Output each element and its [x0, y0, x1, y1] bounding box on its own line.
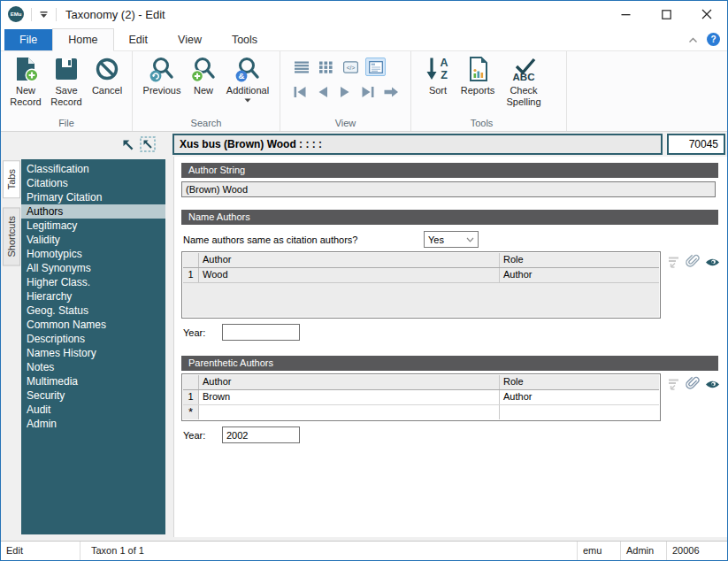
record-summary-field[interactable]: Xus bus (Brown) Wood : : : : — [172, 134, 663, 155]
table-new-row: * — [183, 405, 659, 419]
window-title: Taxonomy (2) - Edit — [65, 8, 165, 21]
first-record-icon[interactable] — [291, 82, 310, 101]
svg-text:</>: </> — [347, 64, 356, 70]
vertical-tab-shortcuts[interactable]: Shortcuts — [3, 207, 20, 265]
parenthetic-authors-year-input[interactable] — [222, 427, 300, 443]
svg-text:Z: Z — [441, 69, 448, 81]
role-cell[interactable]: Author — [500, 390, 659, 404]
vertical-tab-tabs[interactable]: Tabs — [3, 160, 20, 198]
role-cell[interactable]: Author — [500, 268, 659, 282]
goto-record-icon[interactable] — [381, 82, 400, 101]
sidebar-item-names-history[interactable]: Names History — [21, 346, 165, 360]
eye-icon[interactable] — [705, 378, 720, 394]
new-search-button[interactable]: New — [187, 54, 220, 96]
sidebar-item-all-synonyms[interactable]: All Synonyms — [21, 261, 165, 275]
grid-view-icon[interactable] — [316, 58, 336, 76]
reports-icon — [464, 56, 491, 82]
sidebar-item-descriptions[interactable]: Descriptions — [21, 332, 165, 346]
status-record-position: Taxon 1 of 1 — [80, 542, 577, 560]
table-row: 1 Brown Author — [183, 390, 659, 405]
sidebar-item-common-names[interactable]: Common Names — [21, 318, 165, 332]
row-number-cell[interactable]: 1 — [183, 268, 199, 282]
ribbon-group-label-search: Search — [133, 117, 280, 131]
list-view-icon[interactable] — [291, 58, 311, 76]
section-header-author-string: Author String — [181, 163, 718, 178]
tab-edit[interactable]: Edit — [114, 29, 164, 50]
check-spelling-button[interactable]: ABC Check Spelling — [500, 54, 548, 108]
column-header-role: Role — [500, 253, 659, 267]
sidebar-item-notes[interactable]: Notes — [21, 360, 165, 374]
new-record-button[interactable]: New Record — [5, 54, 46, 108]
record-irn-field[interactable]: 70045 — [667, 134, 725, 155]
sidebar-item-multimedia[interactable]: Multimedia — [21, 374, 165, 388]
tab-file[interactable]: File — [4, 29, 52, 50]
sidebar-item-admin[interactable]: Admin — [21, 417, 165, 431]
sidebar-item-security[interactable]: Security — [21, 388, 165, 403]
sort-button[interactable]: A Z Sort — [420, 54, 456, 96]
titlebar-separator — [56, 8, 57, 21]
same-as-citation-label: Name authors same as citation authors? — [183, 234, 424, 245]
reports-button[interactable]: Reports — [456, 54, 500, 96]
sidebar-item-validity[interactable]: Validity — [21, 233, 165, 247]
marquee-select-tool-icon[interactable] — [140, 136, 156, 156]
status-user: emu — [577, 542, 621, 560]
ribbon-collapse-icon[interactable] — [688, 31, 698, 47]
author-cell[interactable]: Brown — [199, 390, 500, 404]
new-row-marker[interactable]: * — [183, 405, 199, 419]
tab-tools[interactable]: Tools — [217, 29, 272, 50]
code-view-icon[interactable]: </> — [341, 58, 361, 76]
sidebar-item-legitimacy[interactable]: Legitimacy — [21, 219, 165, 233]
sidebar-item-primary-citation[interactable]: Primary Citation — [21, 190, 165, 204]
author-cell-empty[interactable] — [199, 405, 500, 419]
table-empty-area — [183, 283, 659, 317]
sidebar-item-hierarchy[interactable]: Hierarchy — [21, 289, 165, 304]
sidebar-item-classification[interactable]: Classification — [21, 162, 165, 176]
table-row: 1 Wood Author — [183, 268, 659, 283]
new-record-icon — [12, 56, 39, 82]
help-icon[interactable]: ? — [707, 33, 720, 46]
additional-search-icon: & — [234, 56, 261, 82]
ribbon: New Record Save Record Cancel — [1, 50, 727, 132]
sort-icon: A Z — [424, 56, 452, 82]
last-record-icon[interactable] — [359, 82, 378, 101]
sidebar-item-geog-status[interactable]: Geog. Status — [21, 304, 165, 318]
tab-view[interactable]: View — [163, 29, 217, 50]
row-number-cell[interactable]: 1 — [183, 390, 199, 404]
attach-icon[interactable] — [686, 254, 700, 273]
sidebar-item-audit[interactable]: Audit — [21, 403, 165, 417]
close-button[interactable] — [686, 1, 727, 27]
author-cell[interactable]: Wood — [199, 268, 500, 282]
previous-record-icon[interactable] — [314, 82, 333, 101]
next-record-icon[interactable] — [336, 82, 355, 101]
ribbon-group-view: </> — [280, 51, 411, 131]
page-view-icon[interactable] — [365, 58, 386, 76]
ribbon-group-label-file: File — [1, 117, 132, 131]
sidebar-item-homotypics[interactable]: Homotypics — [21, 247, 165, 261]
maximize-button[interactable] — [646, 1, 686, 27]
additional-search-button[interactable]: & Additional — [220, 54, 275, 105]
quick-access-dropdown-icon[interactable] — [39, 11, 49, 19]
status-bar: Edit Taxon 1 of 1 emu Admin 20006 — [1, 541, 727, 560]
sidebar-item-authors[interactable]: Authors — [21, 204, 165, 219]
save-record-button[interactable]: Save Record — [46, 54, 87, 108]
sidebar-item-higher-class[interactable]: Higher Class. — [21, 275, 165, 289]
eye-icon[interactable] — [705, 256, 720, 272]
pointer-tool-icon[interactable] — [121, 138, 134, 155]
autofill-icon-disabled — [667, 377, 680, 395]
column-header-author: Author — [199, 253, 500, 267]
sidebar-item-citations[interactable]: Citations — [21, 176, 165, 190]
attach-icon[interactable] — [686, 376, 700, 395]
tab-home[interactable]: Home — [52, 28, 113, 51]
same-as-citation-select[interactable]: Yes — [424, 231, 479, 248]
name-authors-year-input[interactable] — [222, 324, 300, 341]
left-pane: Tabs Shortcuts Classification Citations … — [1, 157, 173, 537]
status-mode: Edit — [1, 542, 80, 560]
tab-content: Author String Name Authors Name authors … — [173, 157, 727, 537]
cancel-button[interactable]: Cancel — [87, 54, 127, 96]
minimize-button[interactable] — [605, 1, 646, 27]
author-string-input[interactable] — [181, 181, 716, 197]
role-cell-empty[interactable] — [500, 405, 659, 419]
previous-search-button[interactable]: Previous — [137, 54, 187, 96]
column-header-rownum — [183, 375, 199, 389]
autofill-icon-disabled — [667, 255, 680, 273]
